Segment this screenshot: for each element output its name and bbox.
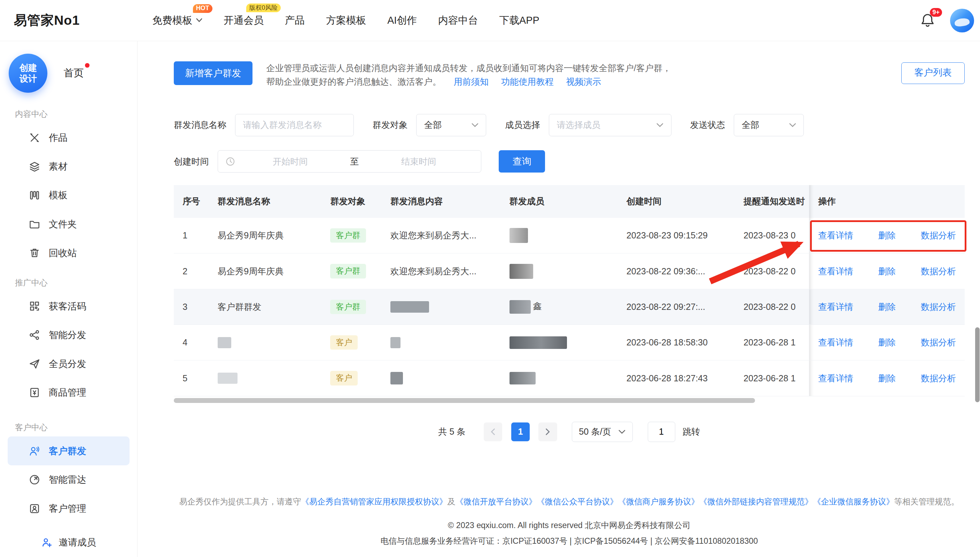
start-time-input[interactable]	[235, 156, 345, 167]
sidebar-item-materials[interactable]: 素材	[8, 152, 130, 181]
data-analysis-link[interactable]: 数据分析	[921, 265, 956, 277]
link-video-demo[interactable]: 视频演示	[566, 77, 601, 86]
redacted-member	[509, 264, 533, 279]
member-select[interactable]: 请选择成员	[549, 114, 672, 137]
customer-broadcast-icon	[29, 445, 40, 457]
redacted-member	[509, 372, 535, 384]
redacted-name	[217, 373, 237, 384]
delete-link[interactable]: 删除	[878, 301, 896, 313]
date-range-picker[interactable]: 至	[217, 150, 481, 173]
agreement-link[interactable]: 《企业微信服务协议》	[813, 497, 894, 506]
view-detail-link[interactable]: 查看详情	[818, 301, 853, 313]
prev-page-button[interactable]	[484, 422, 503, 441]
filter-name-label: 群发消息名称	[174, 119, 226, 131]
invite-members-button[interactable]: 邀请成员	[0, 536, 137, 549]
sidebar-item-qr-lead[interactable]: 获客活码	[8, 292, 130, 321]
chevron-down-icon	[196, 18, 202, 23]
intro-row: 新增客户群发 企业管理员或运营人员创建消息内容并通知成员转发，成员收到通知可将内…	[174, 61, 965, 89]
create-design-button[interactable]: 创建 设计	[9, 54, 47, 92]
target-badge: 客户群	[330, 228, 366, 243]
user-avatar[interactable]	[950, 9, 974, 33]
nav-content-hub[interactable]: 内容中台	[438, 14, 478, 28]
add-group-send-button[interactable]: 新增客户群发	[174, 61, 253, 85]
sidebar-item-smart-radar[interactable]: 智能雷达	[8, 465, 130, 494]
chevron-down-icon	[472, 123, 479, 127]
link-before-use-notice[interactable]: 用前须知	[454, 77, 489, 86]
query-button[interactable]: 查询	[499, 150, 545, 173]
intro-desc-line2: 帮助企业做更好的客户消息触达、激活客户。	[266, 77, 441, 86]
footer-agreements: 易企秀仅作为提供工具方，请遵守《易企秀自营销管家应用权限授权协议》及《微信开放平…	[174, 495, 965, 508]
target-select[interactable]: 全部	[416, 114, 486, 137]
page-size-select[interactable]: 50 条/页	[572, 422, 633, 441]
agreement-link[interactable]: 《微信商户服务协议》	[618, 497, 699, 506]
sidebar: 创建 设计 首页 内容中心 作品 素材 模板 文件夹 回收站	[0, 41, 138, 557]
sidebar-item-all-distribute[interactable]: 全员分发	[8, 349, 130, 378]
view-detail-link[interactable]: 查看详情	[818, 337, 853, 348]
nav-ai-create[interactable]: AI创作	[387, 14, 417, 28]
view-detail-link[interactable]: 查看详情	[818, 230, 853, 241]
icp-line: 电信与信息服务业务经营许可证：京ICP证160037号 | 京ICP备15056…	[174, 536, 965, 547]
current-page[interactable]: 1	[511, 422, 530, 441]
notification-count-badge: 9+	[930, 8, 942, 17]
date-to-label: 至	[345, 156, 364, 167]
sidebar-item-home[interactable]: 首页	[64, 66, 84, 80]
sidebar-item-recycle-bin[interactable]: 回收站	[8, 238, 130, 267]
jump-page-input[interactable]	[648, 422, 675, 441]
view-detail-link[interactable]: 查看详情	[818, 373, 853, 384]
sidebar-item-smart-distribute[interactable]: 智能分发	[8, 321, 130, 350]
nav-membership[interactable]: 开通会员 版权0风险	[224, 14, 264, 28]
end-time-input[interactable]	[364, 156, 474, 167]
scrollbar-thumb[interactable]	[174, 398, 755, 403]
table-row: 1 易企秀9周年庆典 客户群 欢迎您来到易企秀大... 2023-08-23 0…	[174, 218, 965, 253]
message-name-input[interactable]	[235, 114, 354, 137]
delete-link[interactable]: 删除	[878, 265, 896, 277]
agreement-link[interactable]: 《易企秀自营销管家应用权限授权协议》	[301, 497, 448, 506]
link-feature-tutorial[interactable]: 功能使用教程	[501, 77, 554, 86]
intro-description: 企业管理员或运营人员创建消息内容并通知成员转发，成员收到通知可将内容一键转发全部…	[266, 61, 902, 89]
table-row: 4 客户 2023-06-28 18:58:30 2023-06-28 1 查看…	[174, 325, 965, 360]
view-detail-link[interactable]: 查看详情	[818, 265, 853, 277]
sidebar-item-works[interactable]: 作品	[8, 124, 130, 152]
agreement-link[interactable]: 《微信开放平台协议》	[456, 497, 537, 506]
customer-card-icon	[29, 503, 40, 514]
hot-badge: HOT	[193, 4, 213, 13]
sidebar-item-templates[interactable]: 模板	[8, 181, 130, 210]
data-analysis-link[interactable]: 数据分析	[921, 301, 956, 313]
notification-bell[interactable]: 9+	[920, 13, 935, 28]
filter-row-2: 创建时间 至 查询	[174, 150, 965, 173]
nav-product[interactable]: 产品	[285, 14, 305, 28]
filter-target-label: 群发对象	[373, 119, 408, 131]
sidebar-item-customer-group-send[interactable]: 客户群发	[8, 436, 130, 465]
delete-link[interactable]: 删除	[878, 230, 896, 241]
copyright-badge: 版权0风险	[246, 3, 281, 12]
folder-icon	[29, 218, 40, 230]
status-select[interactable]: 全部	[734, 114, 804, 137]
delete-link[interactable]: 删除	[878, 373, 896, 384]
section-title-promo-center: 推广中心	[15, 277, 137, 288]
agreement-link[interactable]: 《微信外部链接内容管理规范》	[699, 497, 813, 506]
col-target: 群发对象	[321, 185, 382, 218]
nav-free-templates[interactable]: 免费模板 HOT	[152, 14, 202, 28]
agreement-link[interactable]: 《微信公众平台协议》	[537, 497, 618, 506]
table-row: 3 客户群群发 客户群 鑫 2023-08-22 09:27:... 2023-…	[174, 289, 965, 324]
data-analysis-link[interactable]: 数据分析	[921, 373, 956, 384]
col-index: 序号	[174, 185, 209, 218]
sidebar-item-customer-manage[interactable]: 客户管理	[8, 494, 130, 523]
nav-download-app[interactable]: 下载APP	[500, 14, 539, 28]
col-name: 群发消息名称	[209, 185, 322, 218]
data-analysis-link[interactable]: 数据分析	[921, 337, 956, 348]
next-page-button[interactable]	[539, 422, 557, 441]
table-horizontal-scrollbar[interactable]	[174, 398, 965, 403]
window-vertical-scrollbar[interactable]	[975, 327, 980, 402]
filter-status-label: 发送状态	[690, 119, 725, 131]
delete-link[interactable]: 删除	[878, 337, 896, 348]
col-created: 创建时间	[618, 185, 735, 218]
filter-row-1: 群发消息名称 群发对象 全部 成员选择 请选择成员 发送状态	[174, 114, 965, 137]
sidebar-item-folders[interactable]: 文件夹	[8, 210, 130, 239]
data-analysis-link[interactable]: 数据分析	[921, 230, 956, 241]
sidebar-item-goods-manage[interactable]: 商品管理	[8, 378, 130, 407]
target-badge: 客户群	[330, 300, 366, 314]
customer-list-button[interactable]: 客户列表	[901, 62, 964, 84]
nav-solution-templates[interactable]: 方案模板	[326, 14, 366, 28]
col-members: 群发成员	[500, 185, 617, 218]
